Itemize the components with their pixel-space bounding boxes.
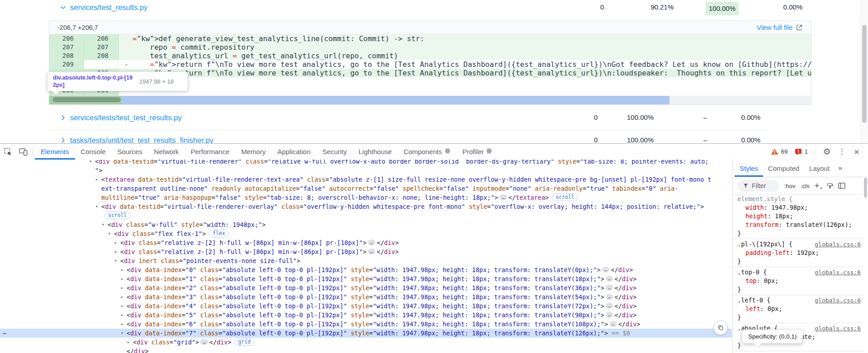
devtools-tab-memory[interactable]: Memory [236,144,272,160]
kebab-menu-icon[interactable]: ⋮ [836,147,847,156]
dom-tree-node[interactable]: ▸<div class="grid">…</div>grid [0,338,732,347]
stylesheet-link[interactable]: globals.css:6 [815,324,861,333]
dom-tree-node[interactable]: ▾<div data-testid="virtual-file-renderer… [0,202,732,211]
dom-tree-node[interactable]: </div> [0,347,732,353]
ellipsis-button[interactable]: … [606,312,613,318]
file-link[interactable]: tasks/tests/unit/test_test_results_finis… [70,136,213,144]
file-row-expanded[interactable]: services/test_results.py [60,2,147,13]
collapse-arrow-icon[interactable]: ▾ [121,329,123,338]
dom-tree-node[interactable]: ▾<div class="w-full" style="width: 1948p… [0,220,732,229]
dom-tree-node[interactable]: ▸<textarea data-testid="virtual-file-ren… [0,175,732,184]
close-devtools-icon[interactable]: × [849,146,864,157]
stylesheet-link[interactable]: globals.css:6 [815,296,861,305]
styles-tab-styles[interactable]: Styles [735,160,763,177]
expand-arrow-icon[interactable]: ▸ [121,274,123,283]
adorner-badge[interactable]: grid [235,338,255,346]
css-property[interactable]: padding-left: 192px; [737,249,861,257]
expand-arrow-icon[interactable]: ▸ [121,265,123,274]
more-tabs-chevron[interactable]: » [835,160,846,177]
external-link-icon[interactable] [796,24,803,31]
dom-tree-node[interactable]: ▸<div data-index="6" class="absolute lef… [0,320,732,329]
toggle-sidebar-icon[interactable] [838,183,845,189]
styles-tab-layout[interactable]: Layout [804,160,835,177]
stylesheet-link[interactable]: globals.css:6 [815,240,861,249]
adorner-badge[interactable]: scroll [104,212,131,219]
css-rule[interactable]: *, ::before,globals.css:4 [733,351,864,353]
ellipsis-button[interactable]: … [602,267,610,273]
expand-arrow-icon[interactable]: ▸ [121,320,123,329]
file-row-collapsed[interactable]: tasks/tests/unit/test_test_results_finis… [60,135,213,143]
chevron-right-icon[interactable] [60,114,66,121]
page-scrollbar-thumb[interactable] [862,25,867,123]
dom-tree-node[interactable]: ▸<div data-index="3" class="absolute lef… [0,292,732,301]
devtools-tab-components[interactable]: Components [398,144,457,160]
dom-tree-node[interactable]: ▸<div class="relative z-[2] h-full w-[86… [0,247,732,256]
expand-arrow-icon[interactable]: ▸ [95,175,98,184]
view-full-file-link[interactable]: View full file [757,24,793,31]
devtools-tab-security[interactable]: Security [316,144,353,160]
horizontal-scrollbar-thumb[interactable] [53,97,121,102]
css-property[interactable]: width: 1947.98px; [737,203,861,212]
styles-tab-computed[interactable]: Computed [763,160,804,177]
dom-tree-node[interactable]: ▸<div class="relative z-[2] h-full w-[86… [0,238,732,247]
ellipsis-button[interactable]: … [368,249,376,254]
dom-tree-node[interactable]: ext-transparent outline-none" readonly a… [0,184,732,193]
collapse-arrow-icon[interactable]: ▾ [89,160,92,166]
expand-arrow-icon[interactable]: ▸ [121,283,123,292]
devtools-tab-performance[interactable]: Performance [185,144,236,160]
file-link[interactable]: services/test_results.py [70,3,147,12]
styles-scrollbar-thumb[interactable] [864,178,867,198]
css-rule[interactable]: .left-0 {globals.css:6left: 0px;} [733,295,864,323]
css-rule[interactable]: .top-0 {globals.css:6top: 0px;} [733,267,864,295]
inspect-element-icon[interactable] [0,144,15,160]
expand-arrow-icon[interactable]: ▸ [114,238,117,247]
ellipsis-button[interactable]: … [609,321,617,327]
ellipsis-button[interactable]: … [606,285,613,291]
collapse-arrow-icon[interactable]: ▾ [95,202,98,211]
styles-filter-input[interactable]: Filter [737,180,779,192]
file-link[interactable]: services/tests/test_test_results.py [70,113,182,122]
ellipsis-button[interactable]: … [500,194,507,200]
device-toolbar-icon[interactable] [15,144,31,160]
toggle-class-button[interactable]: .cls [801,183,810,189]
expand-arrow-icon[interactable]: ▸ [127,338,130,347]
dom-tree-node[interactable]: ▸<div data-index="1" class="absolute lef… [0,274,732,283]
stylesheet-link[interactable]: globals.css:6 [815,268,861,277]
expand-arrow-icon[interactable]: ▸ [121,292,123,301]
ellipsis-button[interactable]: … [200,339,208,345]
dom-tree-node[interactable]: scroll [0,211,732,220]
adorner-badge[interactable]: scroll [552,193,578,201]
css-property[interactable]: left: 0px; [737,305,861,313]
ellipsis-button[interactable]: … [368,240,376,245]
dom-tree-node[interactable]: ▸<div data-index="0" class="absolute lef… [0,265,732,274]
dom-tree-node[interactable]: ▸<div data-index="4" class="absolute lef… [0,301,732,311]
css-rule[interactable]: element.style {width: 1947.98px;height: … [733,194,864,239]
ellipsis-button[interactable]: … [606,303,613,309]
toggle-hover-state-button[interactable]: :hov [784,183,796,189]
css-rule[interactable]: .pl-\[192px\] {globals.css:6padding-left… [733,239,864,267]
dom-tree-node[interactable]: multiline="true" aria-haspopup="false" s… [0,193,732,202]
devtools-tab-profiler[interactable]: Profiler [457,144,499,160]
ellipsis-button[interactable]: … [606,294,613,300]
dom-tree-node[interactable]: ▾<div inert class="pointer-events-none s… [0,256,732,265]
collapse-arrow-icon[interactable]: ▾ [114,256,117,265]
devtools-tab-console[interactable]: Console [75,144,112,160]
devtools-tab-sources[interactable]: Sources [112,144,148,160]
settings-gear-icon[interactable]: ⚙ [819,146,835,157]
expand-arrow-icon[interactable]: ▸ [121,311,123,320]
dom-tree-node[interactable]: "> [0,166,732,175]
collapse-arrow-icon[interactable]: ▾ [102,220,104,229]
dom-tree-node[interactable]: ▾<div data-index="7" class="absolute lef… [0,329,732,338]
file-row-collapsed[interactable]: services/tests/test_test_results.py [60,112,182,123]
devtools-tab-application[interactable]: Application [272,144,316,160]
rendering-emulation-icon[interactable] [826,183,833,189]
expand-arrow-icon[interactable]: ▸ [121,301,123,311]
adorner-badge[interactable]: flex [209,230,229,237]
devtools-tab-network[interactable]: Network [148,144,185,160]
collapse-arrow-icon[interactable]: ▾ [108,229,111,238]
css-property[interactable]: height: 18px; [737,212,861,221]
chevron-right-icon[interactable] [60,137,66,144]
scroll-into-view-button[interactable] [713,320,728,335]
devtools-tab-lighthouse[interactable]: Lighthouse [353,144,397,160]
ellipsis-button[interactable]: … [606,276,613,282]
